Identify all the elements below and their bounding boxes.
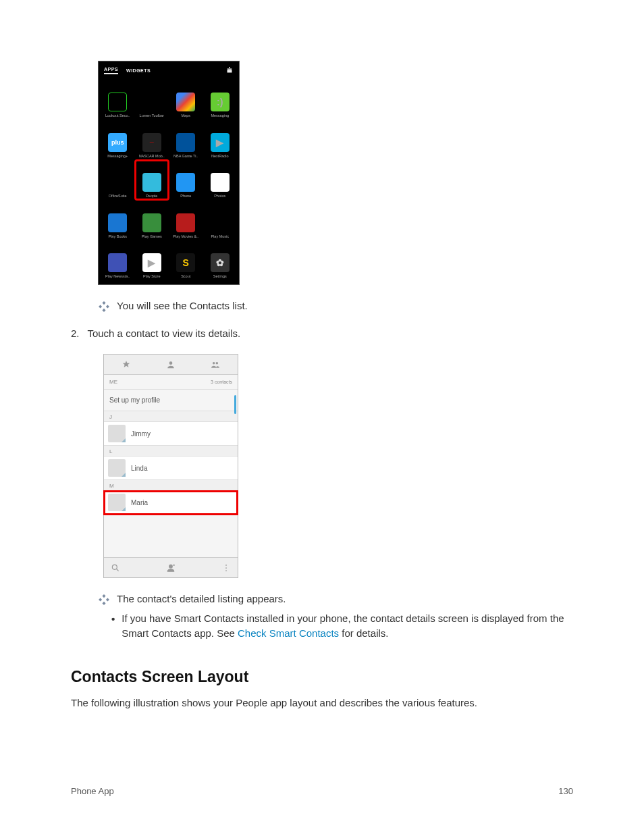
step2-number: 2. xyxy=(71,328,80,339)
app-item-play-newssta[interactable]: Play Newssta.. xyxy=(101,241,134,280)
svg-point-5 xyxy=(225,565,227,566)
svg-point-7 xyxy=(225,570,227,571)
app-icon xyxy=(176,173,195,192)
app-item-play-movies[interactable]: Play Movies &.. xyxy=(169,201,203,239)
app-item-play-music[interactable]: Play Music xyxy=(204,201,237,239)
footer-section: Phone App xyxy=(71,786,114,796)
svg-rect-3 xyxy=(102,309,105,312)
app-icon xyxy=(176,133,195,152)
app-label: NASCAR Mob.. xyxy=(139,154,165,158)
app-item-officesuite[interactable]: OfficeSuite xyxy=(101,161,134,199)
app-item-people[interactable]: People xyxy=(136,161,169,199)
app-item-nba-game-ti[interactable]: NBA Game Ti.. xyxy=(169,120,203,159)
app-icon: ✿ xyxy=(211,253,230,272)
contacts-section-header: J xyxy=(104,411,238,422)
app-icon xyxy=(108,93,127,111)
app-label: Play Games xyxy=(142,234,162,238)
contacts-tab-favorites[interactable] xyxy=(104,355,149,374)
app-label: Play Newssta.. xyxy=(105,274,130,278)
app-icon xyxy=(108,213,127,232)
svg-rect-2 xyxy=(106,305,109,308)
contact-row-linda[interactable]: Linda xyxy=(104,457,238,480)
svg-point-4 xyxy=(112,565,117,569)
app-label: Messaging+ xyxy=(107,154,128,158)
app-icon: ▶ xyxy=(211,133,230,152)
contacts-me-label: ME xyxy=(109,379,117,385)
app-icon xyxy=(108,253,127,272)
contacts-tab-groups[interactable] xyxy=(193,355,238,374)
app-label: Messaging xyxy=(211,113,229,118)
app-item-lookout-secu[interactable]: Lookout Secu.. xyxy=(101,80,134,119)
app-icon: S xyxy=(176,253,195,272)
app-label: Phone xyxy=(180,194,191,198)
shop-icon[interactable] xyxy=(225,66,234,74)
bullet2-text: The contact's detailed listing appears. xyxy=(117,593,286,604)
svg-rect-10 xyxy=(106,598,109,601)
app-icon xyxy=(211,173,230,192)
app-icon xyxy=(142,93,161,111)
app-icon xyxy=(142,213,161,232)
avatar xyxy=(108,459,126,477)
contacts-screenshot: ME 3 contacts Set up my profile JJimmyLL… xyxy=(103,354,238,578)
app-item-nascar-mob[interactable]: —NASCAR Mob.. xyxy=(136,120,169,159)
apps-tab-widgets[interactable]: WIDGETS xyxy=(126,68,151,73)
overflow-menu-icon[interactable] xyxy=(221,563,231,573)
check-smart-contacts-link[interactable]: Check Smart Contacts xyxy=(238,627,339,639)
app-icon xyxy=(142,173,161,192)
contact-row-jimmy[interactable]: Jimmy xyxy=(104,422,238,446)
diamond-bullet-icon xyxy=(98,594,110,606)
result-bullet-2: The contact's detailed listing appears. xyxy=(98,593,573,606)
app-label: NBA Game Ti.. xyxy=(173,154,198,158)
add-contact-icon[interactable] xyxy=(166,563,176,573)
contacts-section-header: L xyxy=(104,446,238,457)
app-label: Play Music xyxy=(211,234,229,238)
result-bullet-1: You will see the Contacts list. xyxy=(98,300,573,313)
svg-rect-0 xyxy=(102,301,105,305)
app-item-maps[interactable]: Maps xyxy=(169,80,203,119)
app-label: OfficeSuite xyxy=(109,194,127,198)
sub-bullet-smart-contacts: If you have Smart Contacts installed in … xyxy=(111,611,573,641)
app-label: Photos xyxy=(214,194,225,198)
contacts-tab-all[interactable] xyxy=(149,355,193,374)
app-icon: — xyxy=(142,133,161,152)
app-item-messaging[interactable]: :)Messaging xyxy=(204,80,237,119)
app-icon: plus xyxy=(108,133,127,152)
sub-suffix: for details. xyxy=(339,627,388,639)
app-label: Lumen Toolbar xyxy=(140,113,164,118)
app-item-play-books[interactable]: Play Books xyxy=(101,201,134,239)
apps-tab-apps[interactable]: APPS xyxy=(104,67,118,74)
app-label: Play Store xyxy=(143,274,160,278)
app-item-photos[interactable]: Photos xyxy=(204,161,237,199)
app-item-scout[interactable]: SScout xyxy=(169,241,203,280)
step-2: 2. Touch a contact to view its details. xyxy=(71,328,573,339)
app-item-settings[interactable]: ✿Settings xyxy=(204,241,237,280)
app-item-lumen-toolbar[interactable]: Lumen Toolbar xyxy=(136,80,169,119)
app-icon xyxy=(176,213,195,232)
avatar xyxy=(108,425,126,442)
app-label: NextRadio xyxy=(211,154,229,158)
app-icon xyxy=(176,93,195,111)
contact-name: Linda xyxy=(131,465,147,472)
apps-screenshot: APPS WIDGETS Lookout Secu..Lumen Toolbar… xyxy=(98,61,240,285)
search-icon[interactable] xyxy=(111,563,120,573)
bullet1-text: You will see the Contacts list. xyxy=(117,300,248,311)
svg-rect-9 xyxy=(99,598,102,601)
app-item-play-games[interactable]: Play Games xyxy=(136,201,169,239)
contacts-count: 3 contacts xyxy=(211,380,232,384)
app-item-play-store[interactable]: ▶Play Store xyxy=(136,241,169,280)
app-label: Play Movies &.. xyxy=(173,234,198,238)
svg-rect-1 xyxy=(99,305,102,308)
contact-name: Maria xyxy=(131,499,148,506)
app-icon xyxy=(211,213,230,232)
app-label: People xyxy=(146,194,157,198)
svg-rect-11 xyxy=(102,602,105,605)
svg-point-6 xyxy=(225,567,227,569)
app-item-messaging[interactable]: plusMessaging+ xyxy=(101,120,134,159)
setup-profile-row[interactable]: Set up my profile xyxy=(104,390,238,411)
svg-rect-8 xyxy=(102,594,105,598)
app-icon: ▶ xyxy=(142,253,161,272)
app-item-phone[interactable]: Phone xyxy=(169,161,203,199)
app-item-nextradio[interactable]: ▶NextRadio xyxy=(204,120,237,159)
contact-row-maria[interactable]: Maria xyxy=(104,491,238,515)
section-heading: Contacts Screen Layout xyxy=(71,668,573,686)
